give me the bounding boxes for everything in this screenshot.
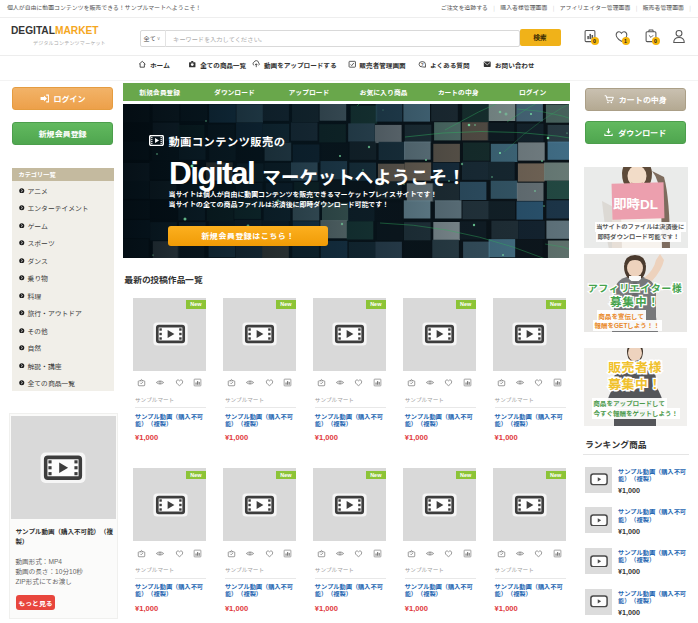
svg-text:?: ? — [421, 62, 424, 67]
